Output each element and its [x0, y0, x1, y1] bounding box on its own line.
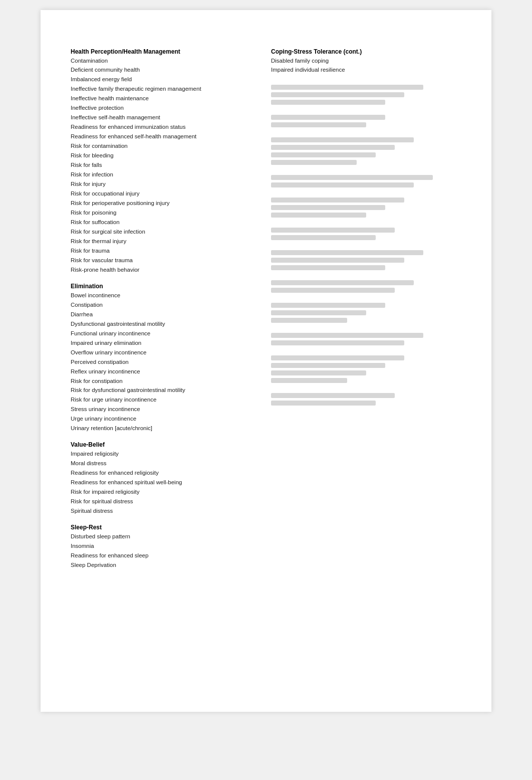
- blurred-line: [271, 340, 404, 345]
- list-item: Risk for vascular trauma: [71, 256, 261, 265]
- list-item: Risk for bleeding: [71, 151, 261, 160]
- blurred-line: [271, 92, 404, 97]
- list-item: Risk for poisoning: [71, 208, 261, 218]
- left-column: Health Perception/Health ManagementConta…: [71, 48, 261, 570]
- section-heading-2: Value-Belief: [71, 441, 261, 448]
- list-item: Disabled family coping: [271, 56, 461, 66]
- list-item: Sleep Deprivation: [71, 560, 261, 570]
- blurred-line: [271, 182, 414, 187]
- list-item: Bowel incontinence: [71, 291, 261, 300]
- list-item: Functional urinary incontinence: [71, 329, 261, 338]
- list-item: Urge urinary incontinence: [71, 414, 261, 424]
- blurred-content-group: [271, 228, 461, 240]
- list-item: Readiness for enhanced self-health manag…: [71, 132, 261, 141]
- list-item: Risk for trauma: [71, 246, 261, 256]
- list-item: Reflex urinary incontinence: [71, 367, 261, 376]
- blurred-line: [271, 303, 385, 308]
- blurred-line: [271, 288, 395, 293]
- list-item: Risk-prone health behavior: [71, 265, 261, 275]
- list-item: Moral distress: [71, 459, 261, 468]
- list-item: Risk for injury: [71, 179, 261, 189]
- blurred-line: [271, 370, 366, 375]
- blurred-content-group: [271, 115, 461, 127]
- list-item: Readiness for enhanced immunization stat…: [71, 122, 261, 132]
- list-item: Ineffective protection: [71, 103, 261, 113]
- blurred-line: [271, 145, 395, 150]
- list-item: Risk for suffocation: [71, 218, 261, 227]
- blurred-line: [271, 280, 414, 285]
- list-item: Risk for surgical site infection: [71, 227, 261, 237]
- list-item: Risk for perioperative positioning injur…: [71, 199, 261, 208]
- blurred-line: [271, 310, 366, 315]
- blurred-line: [271, 235, 376, 240]
- blurred-content-group: [271, 333, 461, 345]
- list-item: Risk for thermal injury: [71, 237, 261, 246]
- list-item: Stress urinary incontinence: [71, 405, 261, 414]
- blurred-line: [271, 258, 404, 263]
- list-item: Impaired urinary elimination: [71, 338, 261, 348]
- list-item: Risk for spiritual distress: [71, 497, 261, 506]
- blurred-line: [271, 363, 385, 368]
- blurred-line: [271, 318, 347, 323]
- blurred-content-group: [271, 355, 461, 383]
- list-item: Risk for occupational injury: [71, 189, 261, 199]
- blurred-line: [271, 213, 366, 218]
- list-item: Constipation: [71, 300, 261, 310]
- list-item: Readiness for enhanced religiosity: [71, 468, 261, 478]
- list-item: Risk for impaired religiosity: [71, 487, 261, 497]
- list-item: Risk for contamination: [71, 141, 261, 151]
- list-item: Readiness for enhanced spiritual well-be…: [71, 478, 261, 487]
- blurred-line: [271, 393, 395, 398]
- blurred-line: [271, 378, 347, 383]
- blurred-content-group: [271, 85, 461, 105]
- blurred-content-group: [271, 280, 461, 293]
- list-item: Impaired religiosity: [71, 449, 261, 459]
- list-item: Deficient community health: [71, 65, 261, 75]
- right-column: Coping-Stress Tolerance (cont.)Disabled …: [271, 48, 461, 570]
- section-heading-3: Sleep-Rest: [71, 524, 261, 531]
- blurred-line: [271, 160, 357, 165]
- blurred-line: [271, 137, 414, 142]
- list-item: Overflow urinary incontinence: [71, 348, 261, 357]
- list-item: Risk for infection: [71, 170, 261, 179]
- blurred-line: [271, 333, 423, 338]
- right-section-heading: Coping-Stress Tolerance (cont.): [271, 48, 461, 55]
- blurred-content-group: [271, 175, 461, 187]
- list-item: Impaired individual resilience: [271, 65, 461, 75]
- list-item: Dysfunctional gastrointestinal motility: [71, 319, 261, 329]
- list-item: Ineffective self-health management: [71, 113, 261, 122]
- blurred-line: [271, 198, 404, 203]
- blurred-line: [271, 250, 423, 255]
- blurred-line: [271, 355, 404, 360]
- page-container: Health Perception/Health ManagementConta…: [41, 10, 491, 712]
- list-item: Insomnia: [71, 541, 261, 551]
- blurred-content-group: [271, 250, 461, 270]
- two-column-layout: Health Perception/Health ManagementConta…: [71, 48, 461, 570]
- list-item: Urinary retention [acute/chronic]: [71, 424, 261, 433]
- blurred-line: [271, 115, 385, 120]
- blurred-line: [271, 175, 433, 180]
- list-item: Ineffective family therapeutic regimen m…: [71, 84, 261, 94]
- blurred-content-group: [271, 393, 461, 406]
- blurred-line: [271, 401, 376, 406]
- blurred-line: [271, 228, 395, 233]
- list-item: Risk for constipation: [71, 376, 261, 386]
- list-item: Contamination: [71, 56, 261, 66]
- blurred-line: [271, 265, 385, 270]
- list-item: Risk for dysfunctional gastrointestinal …: [71, 385, 261, 395]
- blurred-content-group: [271, 303, 461, 323]
- page-title: [71, 30, 461, 40]
- list-item: Diarrhea: [71, 310, 261, 319]
- list-item: Risk for falls: [71, 160, 261, 170]
- list-item: Disturbed sleep pattern: [71, 532, 261, 541]
- blurred-line: [271, 122, 366, 127]
- section-heading-0: Health Perception/Health Management: [71, 48, 261, 55]
- list-item: Imbalanced energy field: [71, 75, 261, 84]
- blurred-content-group: [271, 198, 461, 218]
- list-item: Readiness for enhanced sleep: [71, 551, 261, 560]
- list-item: Perceived constipation: [71, 357, 261, 367]
- list-item: Risk for urge urinary incontinence: [71, 395, 261, 405]
- section-heading-1: Elimination: [71, 283, 261, 290]
- blurred-line: [271, 152, 376, 157]
- list-item: Ineffective health maintenance: [71, 94, 261, 103]
